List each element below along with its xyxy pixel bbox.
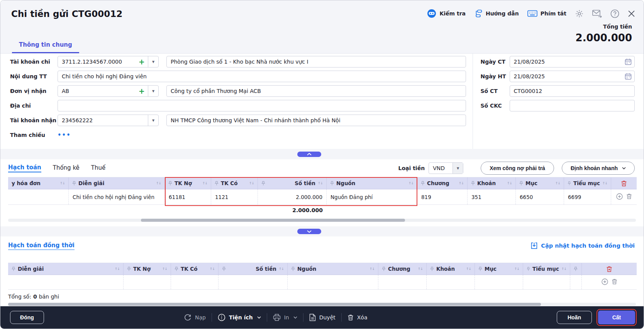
column-header-muc[interactable]: Mục ↑↓ — [475, 263, 523, 275]
sort-icon[interactable]: ↑↓ — [202, 181, 207, 185]
add-icon[interactable]: + — [136, 88, 148, 95]
pay-account-combo[interactable]: 3711.2.1234567.0000 + ▼ — [58, 56, 159, 67]
sort-icon[interactable]: ↑↓ — [466, 267, 471, 271]
calendar-icon[interactable] — [625, 58, 632, 67]
close-button[interactable]: Đóng — [10, 311, 44, 324]
shortcut-button[interactable]: Phím tắt — [527, 10, 566, 17]
delete-column-header[interactable] — [611, 177, 637, 189]
chevron-down-icon[interactable]: ▼ — [148, 115, 158, 126]
accounting-table-row[interactable]: Chi tiền cho hội nghị Đảng viên 61181 11… — [8, 189, 637, 205]
column-header-chuong[interactable]: Chương ↑↓ — [417, 177, 468, 189]
sort-icon[interactable]: ↑↓ — [561, 267, 566, 271]
collapse-toggle-up[interactable] — [297, 152, 321, 157]
help-icon[interactable] — [610, 9, 619, 18]
column-header-muc[interactable]: Mục ↑↓ — [516, 177, 564, 189]
add-row-icon[interactable] — [616, 193, 623, 201]
field-label: Địa chỉ — [10, 103, 58, 109]
sort-icon[interactable]: ↑↓ — [162, 267, 167, 271]
column-header-dien-giai[interactable]: Diễn giải ↑↓ — [69, 177, 165, 189]
sort-icon[interactable]: ↑↓ — [459, 181, 464, 185]
currency-select[interactable]: VND ▼ — [429, 162, 463, 174]
payment-content-field[interactable]: Chi tiền cho hội nghị Đảng viên — [58, 71, 466, 82]
check-button[interactable]: Kiểm tra — [427, 9, 466, 18]
receive-bank-name-field[interactable]: NH TMCP Công thương Việt Nam - Chi nhánh… — [166, 115, 466, 126]
approve-button[interactable]: Duyệt — [309, 314, 336, 321]
pay-account-name-field[interactable]: Phòng Giao dịch số 1 - Kho bạc Nhà nước … — [166, 56, 466, 67]
add-row-icon[interactable] — [602, 278, 608, 286]
column-header-tk-no[interactable]: TK Nợ ↑↓ — [165, 177, 211, 189]
calendar-icon[interactable] — [625, 73, 632, 81]
column-header-tk-co[interactable]: TK Có ↑↓ — [211, 177, 258, 189]
sort-icon[interactable]: ↑↓ — [514, 267, 519, 271]
scrollbar-thumb[interactable] — [8, 303, 541, 306]
sort-icon[interactable]: ↑↓ — [60, 181, 65, 185]
receive-account-combo[interactable]: 234562222 ▼ — [58, 115, 159, 126]
chevron-down-icon[interactable]: ▼ — [148, 56, 158, 67]
sort-icon[interactable]: ↑↓ — [210, 267, 215, 271]
column-header-nguon[interactable]: Nguồn ↑↓ — [327, 177, 417, 189]
add-icon[interactable]: + — [136, 58, 148, 66]
column-header-tieu-muc[interactable]: Tiểu mục ↑↓ — [564, 177, 611, 189]
sort-icon[interactable]: ↑↓ — [115, 267, 120, 271]
sort-icon[interactable]: ↑↓ — [369, 267, 375, 271]
sort-icon[interactable]: ↑↓ — [555, 181, 560, 185]
tab-hach-toan-dong-thoi[interactable]: Hạch toán đồng thời — [8, 242, 75, 250]
pin-icon — [382, 267, 386, 272]
column-header-hoa-don[interactable]: y hóa đơn ↑↓ — [8, 177, 69, 189]
column-header-khoan[interactable]: Khoản ↑↓ — [468, 177, 516, 189]
column-header-nguon[interactable]: Nguồn ↑↓ — [288, 263, 378, 275]
column-header-so-tien[interactable]: Số tiền ↑↓ — [258, 177, 327, 189]
address-field[interactable] — [58, 100, 466, 111]
column-header-tk-co[interactable]: TK Có ↑↓ — [171, 263, 219, 275]
receiver-unit-name-field[interactable]: Công ty cổ phần Thương Mại ACB — [166, 85, 466, 97]
tab-hach-toan[interactable]: Hạch toán — [8, 164, 41, 172]
save-button[interactable]: Cất — [598, 310, 635, 324]
reference-ellipsis-button[interactable]: ••• — [58, 132, 71, 138]
sort-icon[interactable]: ↑↓ — [602, 181, 607, 185]
update-simultaneous-link[interactable]: Cập nhật hạch toán đồng thời — [531, 242, 635, 249]
reload-button[interactable]: Nạp — [184, 314, 206, 321]
receiver-unit-combo[interactable]: AB + ▼ — [58, 85, 159, 97]
close-icon[interactable] — [628, 10, 635, 17]
column-header-khoan[interactable]: Khoản ↑↓ — [427, 263, 475, 275]
horizontal-scrollbar[interactable] — [8, 219, 636, 222]
delete-row-icon[interactable] — [626, 193, 632, 201]
print-button[interactable]: In — [273, 314, 297, 321]
column-header-tk-no[interactable]: TK Nợ ↑↓ — [124, 263, 171, 275]
delete-button[interactable]: Xóa — [347, 314, 368, 321]
document-date-field[interactable]: 21/08/2025 — [510, 56, 635, 67]
utilities-button[interactable]: Tiện ích — [218, 314, 261, 321]
quick-posting-button[interactable]: Định khoản nhanh — [562, 162, 635, 175]
collapse-toggle-down[interactable] — [297, 229, 321, 234]
column-header-tieu-muc[interactable]: Tiểu mục ↑↓ — [523, 263, 570, 275]
guide-button[interactable]: Hướng dẫn — [474, 9, 519, 18]
view-payables-button[interactable]: Xem công nợ phải trả — [481, 162, 554, 175]
delete-row-icon[interactable] — [612, 278, 617, 286]
ckc-number-field[interactable] — [510, 100, 635, 111]
postpone-button[interactable]: Hoãn — [557, 311, 592, 324]
simultaneous-empty-row[interactable] — [8, 275, 637, 290]
tab-thue[interactable]: Thuế — [91, 164, 105, 172]
document-number-field[interactable]: CTG00012 — [510, 85, 635, 97]
sort-icon[interactable]: ↑↓ — [318, 181, 323, 185]
sort-icon[interactable]: ↑↓ — [507, 181, 512, 185]
horizontal-scrollbar[interactable] — [8, 303, 636, 306]
gear-icon[interactable] — [575, 9, 584, 18]
sort-icon[interactable]: ↑↓ — [249, 181, 254, 185]
sort-icon[interactable]: ↑↓ — [408, 181, 414, 185]
delete-column-header[interactable] — [582, 263, 637, 275]
column-header-so-tien[interactable]: Số tiền ↑↓ — [219, 263, 288, 275]
column-header-dien-giai[interactable]: Diễn giải ↑↓ — [8, 263, 124, 275]
tab-thong-ke[interactable]: Thống kê — [53, 164, 80, 172]
sort-icon[interactable]: ↑↓ — [418, 267, 423, 271]
mail-send-icon[interactable] — [592, 10, 602, 18]
chevron-down-icon[interactable]: ▼ — [148, 86, 158, 96]
row-tai-khoan-nhan: Tài khoản nhận 234562222 ▼ NH TMCP Công … — [10, 115, 466, 126]
tab-thong-tin-chung[interactable]: Thông tin chung — [12, 41, 79, 53]
sort-icon[interactable]: ↑↓ — [156, 181, 161, 185]
posting-date-field[interactable]: 21/08/2025 — [510, 71, 635, 82]
sort-icon[interactable]: ↑↓ — [279, 267, 284, 271]
scrollbar-thumb[interactable] — [141, 219, 405, 222]
pin-icon — [574, 267, 578, 272]
column-header-chuong[interactable]: Chương ↑↓ — [378, 263, 427, 275]
